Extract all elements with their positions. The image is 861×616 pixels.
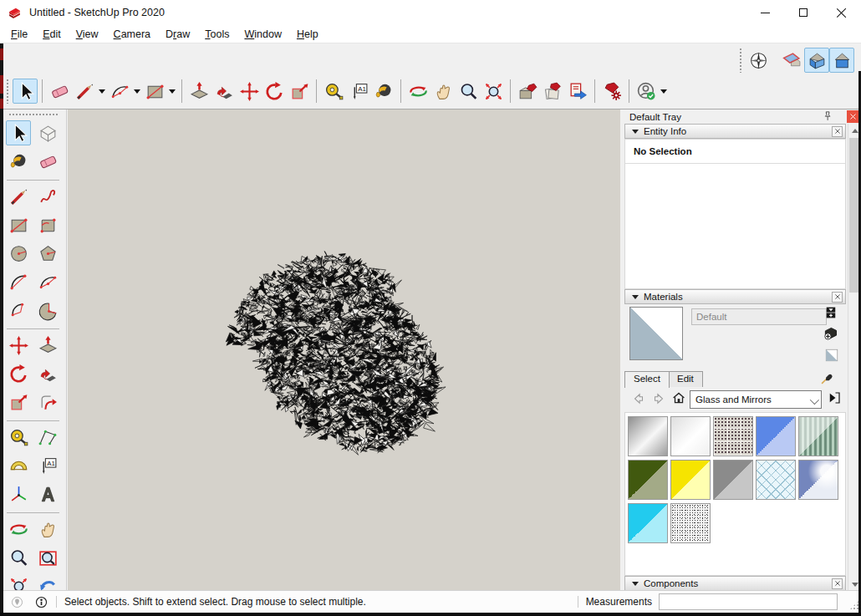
rectangle-button[interactable] [6,212,31,237]
select-button[interactable] [13,79,38,104]
scale-button[interactable] [287,79,312,104]
entity-info-header[interactable]: Entity Info [624,124,846,139]
section-plane-button[interactable] [779,48,804,73]
top-view-button[interactable] [746,48,771,73]
axes-button[interactable] [6,481,31,507]
create-material-icon[interactable] [822,324,839,342]
material-swatch-7[interactable] [670,460,711,500]
material-swatch-1[interactable] [628,416,668,456]
menu-item-edit[interactable]: Edit [35,27,69,42]
menu-item-view[interactable]: View [69,27,106,42]
material-swatch-4[interactable] [756,416,796,456]
material-swatch-10[interactable] [798,460,838,500]
menu-item-camera[interactable]: Camera [106,27,158,42]
account-dropdown-arrow[interactable] [659,79,669,104]
extension-warehouse-button[interactable] [599,79,624,104]
account-button[interactable] [634,79,659,104]
paint-bucket-button[interactable] [6,149,31,174]
materials-close-button[interactable] [832,292,843,303]
pin-icon[interactable] [821,110,834,123]
offset-button[interactable] [35,389,60,415]
toolbar-drag-handle[interactable] [739,48,743,73]
move-button[interactable] [237,79,262,104]
3d-text-button[interactable] [35,481,60,507]
materials-header[interactable]: Materials [624,289,846,304]
close-button[interactable] [823,0,861,25]
toolbar-drag-handle[interactable] [6,79,10,104]
rotate-button[interactable] [6,361,31,386]
model-wireframe[interactable] [68,109,620,591]
tape-measure-button[interactable] [6,425,31,450]
measurements-input[interactable] [659,593,838,610]
pan-button[interactable] [35,517,60,542]
paint-bucket-button[interactable] [371,79,396,104]
rectangle-button[interactable] [142,79,167,104]
display-section-cuts-button[interactable] [829,48,854,73]
tape-measure-button[interactable] [321,79,346,104]
orbit-button[interactable] [405,79,430,104]
move-button[interactable] [6,333,31,358]
zoom-button[interactable] [456,79,481,104]
rotated-rectangle-button[interactable] [35,212,60,237]
line-button[interactable] [6,184,31,209]
material-swatch-5[interactable] [798,416,838,456]
secondary-pane-toggle-icon[interactable] [823,305,838,320]
material-swatch-6[interactable] [628,460,668,500]
pan-button[interactable] [430,79,456,104]
components-header[interactable]: Components [624,576,846,591]
material-swatch-3[interactable] [713,416,753,456]
dimension-button[interactable] [35,425,60,450]
home-icon[interactable] [671,390,686,405]
previous-button[interactable] [35,573,60,591]
forward-arrow-icon[interactable] [651,391,666,406]
modeling-viewport[interactable] [68,109,620,591]
orbit-button[interactable] [6,517,31,542]
menu-item-file[interactable]: File [3,27,35,42]
components-close-button[interactable] [832,578,843,589]
material-name-field[interactable] [691,308,827,325]
zoom-extents-button[interactable] [481,79,506,104]
zoom-button[interactable] [6,545,31,570]
two-point-arc-button[interactable] [35,269,60,294]
geolocation-icon[interactable] [10,595,24,609]
menu-item-help[interactable]: Help [289,27,326,42]
freehand-button[interactable] [35,184,60,209]
two-point-arc-dropdown-arrow[interactable] [132,79,142,104]
scale-button[interactable] [6,389,31,415]
line-button[interactable] [72,79,97,104]
entity-info-close-button[interactable] [832,126,843,137]
rectangle-dropdown-arrow[interactable] [167,79,177,104]
menu-item-window[interactable]: Window [237,27,288,42]
rotate-button[interactable] [262,79,287,104]
material-swatch-9[interactable] [756,460,796,500]
sample-paint-eyedropper-icon[interactable] [820,371,834,385]
toolbar-drag-handle[interactable] [8,113,58,117]
eraser-button[interactable] [47,79,72,104]
send-to-layout-button[interactable] [565,79,590,104]
two-point-arc-button[interactable] [107,79,132,104]
3d-warehouse-button[interactable] [515,79,540,104]
polygon-button[interactable] [35,241,60,266]
tab-select[interactable]: Select [624,371,670,388]
protractor-button[interactable] [6,453,31,478]
zoom-window-button[interactable] [35,545,60,570]
credits-info-icon[interactable] [34,595,48,609]
maximize-button[interactable] [784,0,823,25]
material-swatch-11[interactable] [628,503,668,543]
follow-me-button[interactable] [211,79,237,104]
material-swatch-8[interactable] [713,460,753,500]
text-button[interactable]: A1 [346,79,371,104]
menu-item-tools[interactable]: Tools [197,27,237,42]
eraser-button[interactable] [35,149,60,174]
arc-button[interactable] [6,269,31,294]
make-component-button[interactable] [35,120,60,145]
three-point-arc-button[interactable] [6,298,31,323]
pie-button[interactable] [35,298,60,323]
display-section-planes-button[interactable] [804,48,829,73]
circle-button[interactable] [6,241,31,266]
minimize-button[interactable] [746,0,784,25]
material-swatch-12[interactable] [670,503,711,543]
follow-me-button[interactable] [35,361,60,386]
menu-item-draw[interactable]: Draw [158,27,197,42]
text-button[interactable]: A1 [35,453,60,478]
